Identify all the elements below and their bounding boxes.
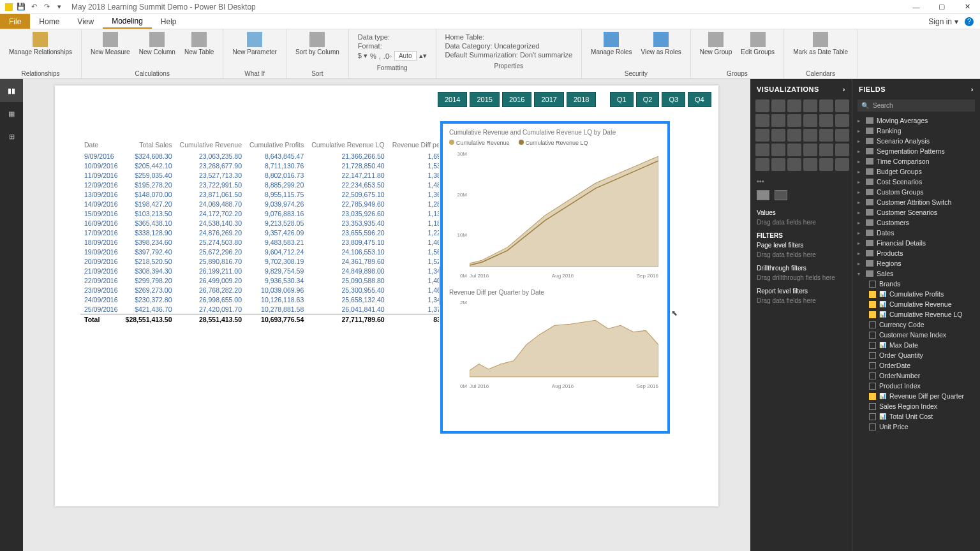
- table-row[interactable]: 22/09/2016$299,798.2026,499,009.209,936,…: [80, 276, 471, 285]
- fields-table-row[interactable]: ▸Cost Scenarios: [852, 177, 980, 187]
- fields-table-row[interactable]: ▸Ranking: [852, 126, 980, 136]
- redo-icon[interactable]: ↷: [42, 3, 51, 11]
- field-checkbox[interactable]: [869, 403, 876, 410]
- tab-home[interactable]: Home: [30, 14, 68, 29]
- table-row[interactable]: 10/09/2016$205,442.1023,268,677.908,711,…: [80, 161, 471, 170]
- percent-icon[interactable]: %: [370, 52, 376, 60]
- viz-type-icon[interactable]: [835, 143, 849, 156]
- viz-type-icon[interactable]: [819, 158, 833, 171]
- data-table-visual[interactable]: DateTotal SalesCumulative RevenueCumulat…: [80, 139, 438, 324]
- viz-type-icon[interactable]: [835, 99, 849, 112]
- field-row[interactable]: Order Quantity: [852, 350, 980, 360]
- field-row[interactable]: OrderNumber: [852, 371, 980, 381]
- undo-icon[interactable]: ↶: [29, 3, 38, 11]
- table-header[interactable]: Cumulative Revenue: [176, 139, 246, 151]
- table-row[interactable]: 13/09/2016$148,070.0023,871,061.508,955,…: [80, 189, 471, 199]
- slicer-quarter-button[interactable]: Q4: [688, 92, 711, 107]
- viz-type-icon[interactable]: [787, 99, 801, 112]
- fields-table-row[interactable]: ▸Customer Scenarios: [852, 207, 980, 217]
- field-checkbox[interactable]: [869, 342, 876, 349]
- viz-type-icon[interactable]: [819, 99, 833, 112]
- default-summarization-label[interactable]: Default Summarization: Don't summarize: [445, 51, 573, 59]
- viz-type-icon[interactable]: [803, 129, 817, 142]
- drillthrough-placeholder[interactable]: Drag drillthrough fields here: [757, 274, 845, 281]
- table-header[interactable]: Cumulative Revenue LQ: [308, 139, 388, 151]
- currency-icon[interactable]: $ ▾: [358, 52, 368, 60]
- format-label[interactable]: Format:: [358, 42, 427, 50]
- viz-type-icon[interactable]: [787, 129, 801, 142]
- field-checkbox[interactable]: [869, 362, 876, 369]
- fields-table-row[interactable]: ▸Customer Attrition Switch: [852, 197, 980, 207]
- viz-type-icon[interactable]: [803, 158, 817, 171]
- field-checkbox[interactable]: [869, 352, 876, 359]
- fields-table-row[interactable]: ▸Budget Groups: [852, 166, 980, 177]
- table-row[interactable]: 17/09/2016$338,128.9024,876,269.209,357,…: [80, 228, 471, 237]
- fields-table-row[interactable]: ▸Regions: [852, 258, 980, 268]
- slicer-year-button[interactable]: 2016: [502, 92, 531, 107]
- viz-type-icon[interactable]: [771, 158, 785, 171]
- fields-table-row[interactable]: ▸Dates: [852, 228, 980, 238]
- table-header[interactable]: Date: [80, 139, 122, 151]
- field-row[interactable]: 📊Cumulative Revenue: [852, 299, 980, 309]
- fields-table-row[interactable]: ▸Scenario Analysis: [852, 136, 980, 146]
- table-row[interactable]: 19/09/2016$397,792.4025,672,296.209,604,…: [80, 247, 471, 256]
- tab-help[interactable]: Help: [152, 14, 186, 29]
- viz-type-icon[interactable]: [819, 114, 833, 127]
- table-row[interactable]: 9/09/2016$324,608.3023,063,235.808,643,8…: [80, 151, 471, 161]
- field-row[interactable]: Brands: [852, 279, 980, 289]
- field-row[interactable]: Product Index: [852, 381, 980, 391]
- field-row[interactable]: Sales Region Index: [852, 401, 980, 411]
- tab-view[interactable]: View: [68, 14, 103, 29]
- model-view-icon[interactable]: ⊞: [0, 125, 23, 148]
- close-icon[interactable]: ✕: [954, 0, 980, 14]
- viz-type-icon[interactable]: [803, 114, 817, 127]
- viz-type-icon[interactable]: [787, 158, 801, 171]
- more-visuals-icon[interactable]: •••: [750, 176, 852, 186]
- slicer-year-button[interactable]: 2014: [438, 92, 467, 107]
- table-row[interactable]: 18/09/2016$398,234.6025,274,503.809,483,…: [80, 237, 471, 247]
- view-as-roles-button[interactable]: View as Roles: [637, 31, 685, 69]
- slicer-quarter-button[interactable]: Q1: [610, 92, 634, 107]
- data-type-label[interactable]: Data type:: [358, 33, 427, 41]
- viz-type-icon[interactable]: [755, 99, 769, 112]
- field-row[interactable]: OrderDate: [852, 360, 980, 371]
- field-checkbox[interactable]: [869, 393, 876, 400]
- field-checkbox[interactable]: [869, 321, 876, 328]
- table-row[interactable]: 16/09/2016$365,438.1024,538,140.309,213,…: [80, 218, 471, 228]
- table-header[interactable]: Cumulative Profits: [246, 139, 308, 151]
- table-header[interactable]: Total Sales: [122, 139, 176, 151]
- qat-dropdown-icon[interactable]: ▾: [55, 3, 64, 11]
- viz-type-icon[interactable]: [787, 143, 801, 156]
- sign-in-link[interactable]: Sign in ▾ ?: [922, 14, 980, 29]
- viz-type-icon[interactable]: [755, 143, 769, 156]
- viz-type-icon[interactable]: [803, 143, 817, 156]
- table-row[interactable]: 12/09/2016$195,278.2023,722,991.508,885,…: [80, 180, 471, 189]
- viz-type-icon[interactable]: [755, 114, 769, 127]
- comma-icon[interactable]: ,: [379, 52, 381, 60]
- table-row[interactable]: 25/09/2016$421,436.7027,420,091.7010,278…: [80, 304, 471, 314]
- viz-type-icon[interactable]: [755, 129, 769, 142]
- viz-type-icon[interactable]: [787, 114, 801, 127]
- field-checkbox[interactable]: [869, 332, 876, 339]
- field-checkbox[interactable]: [869, 311, 876, 318]
- field-checkbox[interactable]: [869, 413, 876, 420]
- viz-type-icon[interactable]: [835, 158, 849, 171]
- viz-type-icon[interactable]: [835, 129, 849, 142]
- page-filters-placeholder[interactable]: Drag data fields here: [757, 251, 845, 258]
- report-view-icon[interactable]: ▮▮: [0, 79, 23, 102]
- edit-groups-button[interactable]: Edit Groups: [737, 31, 778, 69]
- fields-table-row[interactable]: ▸Financial Details: [852, 238, 980, 248]
- viz-type-icon[interactable]: [819, 129, 833, 142]
- new-table-button[interactable]: New Table: [181, 31, 218, 69]
- collapse-icon[interactable]: ›: [971, 85, 974, 93]
- help-icon[interactable]: ?: [965, 17, 974, 26]
- slicer-quarter-button[interactable]: Q2: [636, 92, 660, 107]
- viz-type-icon[interactable]: [835, 114, 849, 127]
- tab-modeling[interactable]: Modeling: [103, 14, 152, 29]
- data-view-icon[interactable]: ▦: [0, 102, 23, 125]
- field-checkbox[interactable]: [869, 301, 876, 308]
- fields-search-input[interactable]: 🔍 Search: [858, 99, 975, 112]
- table-row[interactable]: 24/09/2016$230,372.8026,998,655.0010,126…: [80, 295, 471, 304]
- field-row[interactable]: 📊Max Date: [852, 340, 980, 350]
- field-checkbox[interactable]: [869, 291, 876, 298]
